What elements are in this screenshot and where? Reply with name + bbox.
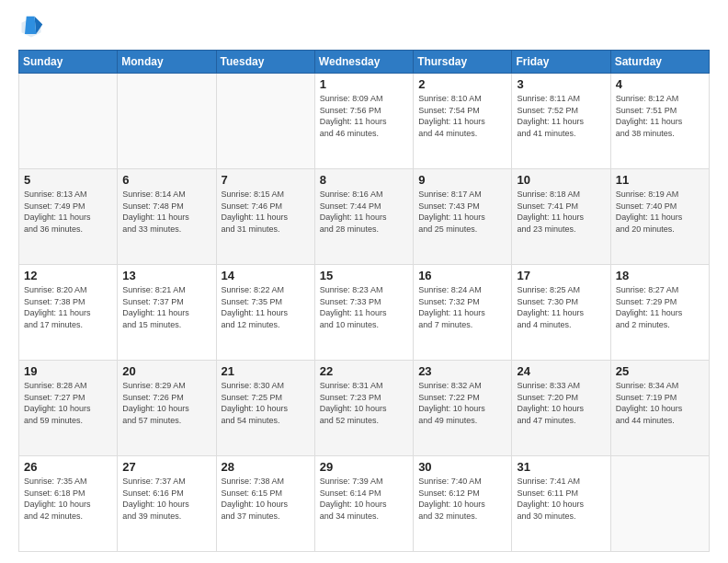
- day-info: Sunrise: 8:12 AM Sunset: 7:51 PM Dayligh…: [616, 93, 704, 139]
- calendar-cell: 11Sunrise: 8:19 AM Sunset: 7:40 PM Dayli…: [610, 169, 709, 265]
- calendar-cell: 5Sunrise: 8:13 AM Sunset: 7:49 PM Daylig…: [19, 169, 118, 265]
- day-info: Sunrise: 8:18 AM Sunset: 7:41 PM Dayligh…: [517, 189, 605, 235]
- day-info: Sunrise: 8:10 AM Sunset: 7:54 PM Dayligh…: [418, 93, 506, 139]
- day-number: 10: [517, 173, 605, 187]
- day-info: Sunrise: 8:21 AM Sunset: 7:37 PM Dayligh…: [122, 284, 210, 330]
- weekday-header-row: SundayMondayTuesdayWednesdayThursdayFrid…: [19, 51, 710, 74]
- calendar-week-2: 5Sunrise: 8:13 AM Sunset: 7:49 PM Daylig…: [19, 169, 710, 265]
- day-info: Sunrise: 8:09 AM Sunset: 7:56 PM Dayligh…: [320, 93, 408, 139]
- calendar-cell: 28Sunrise: 7:38 AM Sunset: 6:15 PM Dayli…: [216, 456, 314, 552]
- day-number: 23: [418, 364, 506, 378]
- calendar-cell: 3Sunrise: 8:11 AM Sunset: 7:52 PM Daylig…: [512, 74, 610, 169]
- weekday-header-thursday: Thursday: [414, 51, 512, 74]
- logo-icon: [18, 15, 44, 40]
- calendar-cell: [216, 74, 314, 169]
- calendar-week-1: 1Sunrise: 8:09 AM Sunset: 7:56 PM Daylig…: [19, 74, 710, 169]
- day-info: Sunrise: 8:33 AM Sunset: 7:20 PM Dayligh…: [517, 380, 605, 426]
- day-number: 18: [616, 269, 704, 282]
- calendar-cell: 19Sunrise: 8:28 AM Sunset: 7:27 PM Dayli…: [19, 361, 118, 456]
- day-info: Sunrise: 8:29 AM Sunset: 7:26 PM Dayligh…: [122, 380, 210, 426]
- day-number: 15: [320, 269, 408, 282]
- header: [18, 15, 710, 40]
- day-info: Sunrise: 8:32 AM Sunset: 7:22 PM Dayligh…: [418, 380, 506, 426]
- day-number: 3: [517, 77, 605, 91]
- calendar-cell: 13Sunrise: 8:21 AM Sunset: 7:37 PM Dayli…: [118, 265, 216, 361]
- day-info: Sunrise: 7:35 AM Sunset: 6:18 PM Dayligh…: [24, 476, 112, 522]
- calendar-cell: 24Sunrise: 8:33 AM Sunset: 7:20 PM Dayli…: [512, 361, 610, 456]
- calendar-cell: 8Sunrise: 8:16 AM Sunset: 7:44 PM Daylig…: [314, 169, 413, 265]
- day-info: Sunrise: 8:22 AM Sunset: 7:35 PM Dayligh…: [222, 284, 310, 330]
- calendar-cell: 2Sunrise: 8:10 AM Sunset: 7:54 PM Daylig…: [414, 74, 512, 169]
- weekday-header-friday: Friday: [512, 51, 610, 74]
- day-number: 24: [517, 364, 605, 378]
- day-info: Sunrise: 8:16 AM Sunset: 7:44 PM Dayligh…: [320, 189, 408, 235]
- calendar-cell: 12Sunrise: 8:20 AM Sunset: 7:38 PM Dayli…: [19, 265, 118, 361]
- day-number: 19: [24, 364, 112, 378]
- calendar-cell: 17Sunrise: 8:25 AM Sunset: 7:30 PM Dayli…: [512, 265, 610, 361]
- day-info: Sunrise: 8:17 AM Sunset: 7:43 PM Dayligh…: [418, 189, 506, 235]
- calendar-cell: 14Sunrise: 8:22 AM Sunset: 7:35 PM Dayli…: [216, 265, 314, 361]
- calendar-cell: 30Sunrise: 7:40 AM Sunset: 6:12 PM Dayli…: [414, 456, 512, 552]
- calendar-cell: 16Sunrise: 8:24 AM Sunset: 7:32 PM Dayli…: [414, 265, 512, 361]
- day-info: Sunrise: 8:20 AM Sunset: 7:38 PM Dayligh…: [24, 284, 112, 330]
- day-number: 1: [320, 77, 408, 91]
- calendar-cell: 21Sunrise: 8:30 AM Sunset: 7:25 PM Dayli…: [216, 361, 314, 456]
- day-info: Sunrise: 8:23 AM Sunset: 7:33 PM Dayligh…: [320, 284, 408, 330]
- day-number: 22: [320, 364, 408, 378]
- day-number: 2: [418, 77, 506, 91]
- day-number: 4: [616, 77, 704, 91]
- day-number: 5: [24, 173, 112, 187]
- calendar-cell: 15Sunrise: 8:23 AM Sunset: 7:33 PM Dayli…: [314, 265, 413, 361]
- weekday-header-sunday: Sunday: [19, 51, 118, 74]
- day-info: Sunrise: 8:15 AM Sunset: 7:46 PM Dayligh…: [222, 189, 310, 235]
- calendar-cell: 10Sunrise: 8:18 AM Sunset: 7:41 PM Dayli…: [512, 169, 610, 265]
- day-info: Sunrise: 7:40 AM Sunset: 6:12 PM Dayligh…: [418, 476, 506, 522]
- day-info: Sunrise: 8:14 AM Sunset: 7:48 PM Dayligh…: [122, 189, 210, 235]
- day-number: 26: [24, 460, 112, 474]
- calendar-cell: 31Sunrise: 7:41 AM Sunset: 6:11 PM Dayli…: [512, 456, 610, 552]
- day-info: Sunrise: 8:27 AM Sunset: 7:29 PM Dayligh…: [616, 284, 704, 330]
- day-number: 31: [517, 460, 605, 474]
- calendar-cell: 25Sunrise: 8:34 AM Sunset: 7:19 PM Dayli…: [610, 361, 709, 456]
- calendar-cell: 1Sunrise: 8:09 AM Sunset: 7:56 PM Daylig…: [314, 74, 413, 169]
- calendar-week-5: 26Sunrise: 7:35 AM Sunset: 6:18 PM Dayli…: [19, 456, 710, 552]
- page: SundayMondayTuesdayWednesdayThursdayFrid…: [0, 0, 728, 563]
- calendar-week-3: 12Sunrise: 8:20 AM Sunset: 7:38 PM Dayli…: [19, 265, 710, 361]
- day-number: 14: [222, 269, 310, 282]
- day-info: Sunrise: 8:19 AM Sunset: 7:40 PM Dayligh…: [616, 189, 704, 235]
- day-number: 8: [320, 173, 408, 187]
- day-number: 6: [122, 173, 210, 187]
- day-info: Sunrise: 7:38 AM Sunset: 6:15 PM Dayligh…: [222, 476, 310, 522]
- day-info: Sunrise: 8:31 AM Sunset: 7:23 PM Dayligh…: [320, 380, 408, 426]
- day-number: 11: [616, 173, 704, 187]
- day-info: Sunrise: 8:13 AM Sunset: 7:49 PM Dayligh…: [24, 189, 112, 235]
- day-number: 12: [24, 269, 112, 282]
- calendar-cell: 9Sunrise: 8:17 AM Sunset: 7:43 PM Daylig…: [414, 169, 512, 265]
- calendar-cell: [118, 74, 216, 169]
- calendar-cell: 27Sunrise: 7:37 AM Sunset: 6:16 PM Dayli…: [118, 456, 216, 552]
- day-info: Sunrise: 8:11 AM Sunset: 7:52 PM Dayligh…: [517, 93, 605, 139]
- svg-marker-2: [25, 17, 36, 34]
- day-number: 25: [616, 364, 704, 378]
- calendar-table: SundayMondayTuesdayWednesdayThursdayFrid…: [18, 50, 710, 552]
- calendar-cell: [610, 456, 709, 552]
- calendar-cell: 22Sunrise: 8:31 AM Sunset: 7:23 PM Dayli…: [314, 361, 413, 456]
- day-number: 13: [122, 269, 210, 282]
- weekday-header-saturday: Saturday: [610, 51, 709, 74]
- weekday-header-tuesday: Tuesday: [216, 51, 314, 74]
- day-info: Sunrise: 8:30 AM Sunset: 7:25 PM Dayligh…: [222, 380, 310, 426]
- calendar-cell: 23Sunrise: 8:32 AM Sunset: 7:22 PM Dayli…: [414, 361, 512, 456]
- day-info: Sunrise: 7:41 AM Sunset: 6:11 PM Dayligh…: [517, 476, 605, 522]
- day-number: 29: [320, 460, 408, 474]
- day-number: 21: [222, 364, 310, 378]
- day-number: 20: [122, 364, 210, 378]
- day-number: 16: [418, 269, 506, 282]
- day-number: 9: [418, 173, 506, 187]
- day-info: Sunrise: 8:25 AM Sunset: 7:30 PM Dayligh…: [517, 284, 605, 330]
- day-info: Sunrise: 8:28 AM Sunset: 7:27 PM Dayligh…: [24, 380, 112, 426]
- day-number: 30: [418, 460, 506, 474]
- logo: [18, 15, 48, 40]
- day-info: Sunrise: 8:34 AM Sunset: 7:19 PM Dayligh…: [616, 380, 704, 426]
- day-number: 27: [122, 460, 210, 474]
- day-number: 28: [222, 460, 310, 474]
